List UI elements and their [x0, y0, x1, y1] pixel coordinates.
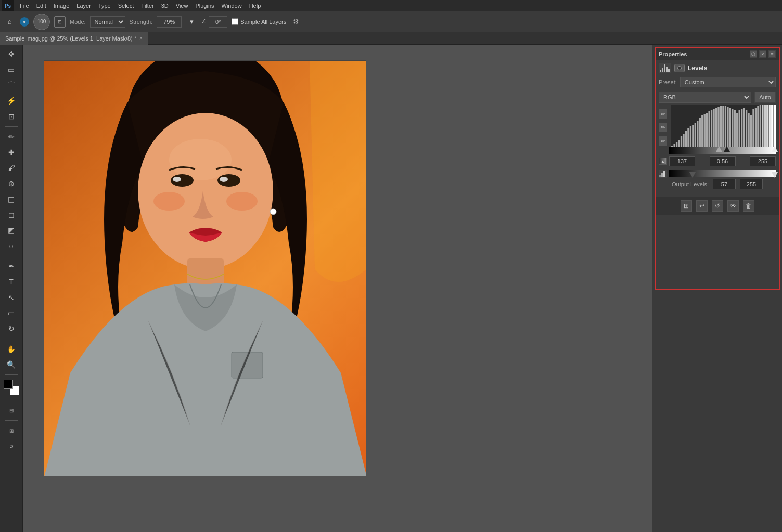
svg-rect-53 [764, 105, 766, 147]
visibility-icon[interactable] [674, 64, 685, 72]
properties-header: Properties ⬡ × ≡ [656, 48, 779, 60]
close-button[interactable]: × [759, 50, 766, 58]
tool-zoom[interactable]: 🔍 [4, 357, 19, 372]
highlight-value-input[interactable] [750, 156, 776, 166]
reset-button[interactable]: ↺ [712, 200, 723, 212]
properties-panel: Properties ⬡ × ≡ [655, 47, 780, 290]
menu-select[interactable]: Select [115, 2, 137, 10]
midtone-handle[interactable] [716, 146, 722, 152]
tool-clone[interactable]: ⊕ [4, 176, 19, 191]
output-white-input[interactable] [740, 179, 763, 189]
canvas-area [23, 45, 652, 532]
document-tab[interactable]: Sample imag.jpg @ 25% (Levels 1, Layer M… [0, 32, 148, 45]
clip-mask-button[interactable]: ↩ [696, 200, 708, 212]
tool-move[interactable]: ✥ [4, 47, 19, 61]
grey-point-eyedropper[interactable]: ✏ [659, 123, 667, 132]
add-mask-button[interactable]: ⊞ [681, 200, 692, 212]
svg-rect-42 [739, 110, 740, 147]
channel-select[interactable]: RGB Red Green Blue [659, 92, 751, 103]
brush-preset-icon[interactable]: ⊡ [54, 16, 66, 28]
canvas-document[interactable] [44, 60, 366, 476]
tool-eyedropper[interactable]: ✏ [4, 129, 19, 144]
tool-lasso[interactable]: ⌒ [4, 78, 19, 93]
color-swatches[interactable] [4, 380, 19, 395]
collapse-button[interactable]: ⬡ [750, 50, 757, 58]
svg-rect-24 [697, 121, 698, 147]
tool-quick-select[interactable]: ⚡ [4, 94, 19, 108]
svg-rect-37 [727, 107, 728, 147]
home-icon[interactable]: ⌂ [4, 16, 16, 28]
menu-window[interactable]: Window [219, 2, 245, 10]
tool-dodge[interactable]: ○ [4, 239, 19, 253]
app-logo: Ps [2, 0, 14, 11]
angle-input[interactable] [209, 16, 227, 28]
tool-rectangle[interactable]: ▭ [4, 306, 19, 320]
white-point-handle[interactable] [772, 146, 778, 152]
svg-rect-31 [713, 109, 714, 147]
svg-rect-50 [757, 106, 759, 147]
menu-layer[interactable]: Layer [73, 2, 94, 10]
sample-all-layers-checkbox[interactable] [232, 18, 238, 25]
menu-image[interactable]: Image [50, 2, 73, 10]
toolbox-separator-6 [5, 420, 18, 421]
svg-rect-26 [701, 115, 703, 147]
svg-rect-56 [771, 105, 773, 147]
sample-all-layers-label[interactable]: Sample All Layers [232, 18, 286, 25]
tool-eraser[interactable]: ◻ [4, 207, 19, 222]
toolbox: ✥ ▭ ⌒ ⚡ ⊡ ✏ ✚ 🖌 ⊕ ◫ ◻ ◩ ○ ✒ T ↖ ▭ ↻ ✋ 🔍 … [0, 45, 23, 532]
menu-help[interactable]: Help [246, 2, 264, 10]
brush-size-icon[interactable]: 100 [33, 14, 50, 30]
svg-rect-23 [695, 123, 696, 147]
menu-type[interactable]: Type [95, 2, 114, 10]
tool-crop[interactable]: ⊡ [4, 109, 19, 124]
menu-filter[interactable]: Filter [138, 2, 157, 10]
svg-rect-44 [743, 108, 745, 147]
tool-screen-mode[interactable]: ⊞ [4, 423, 19, 438]
portrait-svg [44, 61, 366, 476]
settings-icon[interactable]: ⚙ [290, 16, 302, 28]
tool-pen[interactable]: ✒ [4, 259, 19, 274]
preset-row: Preset: Custom Default Darker Increase C… [659, 77, 776, 87]
output-black-input[interactable] [713, 179, 736, 189]
black-point-handle[interactable] [724, 146, 730, 152]
view-previous-button[interactable]: 👁 [727, 200, 739, 212]
menu-plugins[interactable]: Plugins [192, 2, 217, 10]
svg-rect-51 [760, 105, 761, 147]
tool-quickmask[interactable]: ⊟ [4, 403, 19, 418]
tool-marquee[interactable]: ▭ [4, 62, 19, 77]
menu-view[interactable]: View [173, 2, 191, 10]
mode-select[interactable]: Normal Multiply Screen [90, 16, 125, 28]
tool-brush[interactable]: 🖌 [4, 161, 19, 175]
tool-hand[interactable]: ✋ [4, 342, 19, 356]
foreground-color-swatch[interactable] [4, 380, 13, 389]
options-toolbar: ⌂ ● 100 ⊡ Mode: Normal Multiply Screen S… [0, 11, 782, 32]
midtone-value-input[interactable] [710, 156, 736, 166]
shadow-value-input[interactable] [669, 156, 695, 166]
output-white-handle[interactable] [772, 172, 778, 178]
auto-button[interactable]: Auto [754, 92, 776, 103]
svg-rect-17 [681, 136, 682, 147]
preset-select[interactable]: Custom Default Darker Increase Contrast [680, 77, 776, 87]
black-point-eyedropper[interactable]: ✏ [659, 109, 667, 119]
menu-edit[interactable]: Edit [33, 2, 49, 10]
tool-history-brush[interactable]: ◫ [4, 192, 19, 206]
menu-file[interactable]: File [17, 2, 32, 10]
svg-rect-43 [741, 109, 742, 147]
white-point-eyedropper[interactable]: ✏ [659, 136, 667, 146]
properties-title: Properties [659, 51, 687, 57]
tool-3d[interactable]: ↻ [4, 321, 19, 336]
strength-input[interactable] [157, 16, 182, 28]
tool-healing[interactable]: ✚ [4, 145, 19, 160]
output-gradient-bar [669, 170, 776, 177]
tool-gradient[interactable]: ◩ [4, 223, 19, 238]
tool-rotate-canvas[interactable]: ↺ [4, 439, 19, 453]
delete-adjustment-button[interactable]: 🗑 [743, 200, 754, 212]
document-tab-close[interactable]: × [139, 35, 143, 41]
menu-3d[interactable]: 3D [158, 2, 172, 10]
output-black-handle[interactable] [689, 172, 696, 178]
menu-button[interactable]: ≡ [768, 50, 776, 58]
strength-dropdown-icon[interactable]: ▾ [186, 16, 197, 28]
tool-text[interactable]: T [4, 275, 19, 289]
brush-tool-icon[interactable]: ● [20, 17, 29, 27]
tool-path-select[interactable]: ↖ [4, 290, 19, 305]
